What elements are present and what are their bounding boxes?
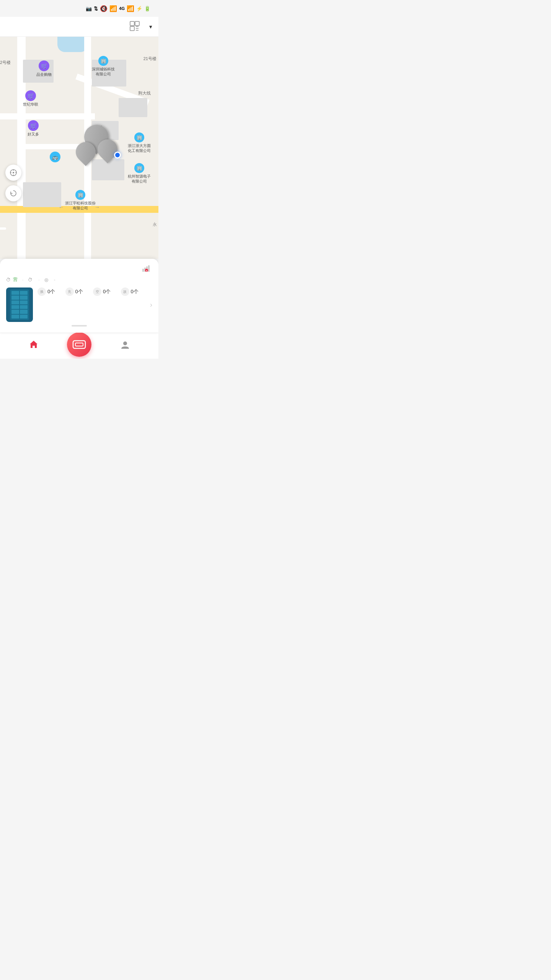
poi-building-zhejiang1[interactable]: 🏢 浙江浙大方圆化工有限公司 <box>128 132 151 153</box>
home-icon <box>29 340 39 352</box>
poi-label-haoyouduo: 好又多 <box>28 132 39 137</box>
road-label-jindaline: 荆大线 <box>138 90 151 96</box>
营业-icon: 营 <box>13 276 18 283</box>
network-4g-icon: 4G <box>119 6 125 11</box>
building-icon-yusong: 🏢 <box>75 190 85 200</box>
status-bar: 📷 ⇅ 🔇 📶 4G 📶 ⚡ 🔋 <box>0 0 158 17</box>
stat-fault: 故 0个 <box>121 287 146 296</box>
poi-label-zhejiang1: 浙江浙大方圆化工有限公司 <box>128 143 151 153</box>
baidu-logo <box>0 227 6 230</box>
nav-profile[interactable] <box>91 340 158 352</box>
road-horizontal-3 <box>19 144 83 149</box>
meta-reservation: ⏱ <box>28 277 34 283</box>
cell-6 <box>20 301 28 304</box>
more-button[interactable]: › <box>150 301 152 309</box>
building-block-5 <box>23 182 61 207</box>
signal-badge: × <box>142 265 152 272</box>
poi-shopping-haoyouduo[interactable]: 🛒 好又多 <box>28 120 39 137</box>
header-right: ▾ <box>128 19 152 34</box>
battery-icon: 🔋 <box>144 6 150 11</box>
cell-3 <box>11 296 19 299</box>
user-location-dot <box>114 152 121 158</box>
signal-icon: 📶 <box>127 5 134 12</box>
scroll-handle <box>6 325 152 327</box>
station-card-header: × <box>6 265 152 272</box>
cell-2 <box>20 291 28 295</box>
location-button[interactable] <box>5 165 21 181</box>
refresh-icon <box>10 189 17 197</box>
building-block-6 <box>119 98 147 117</box>
svg-point-20 <box>123 341 127 345</box>
cell-7 <box>11 305 19 309</box>
cell-10 <box>20 310 28 314</box>
map-container[interactable]: 荆大线 3号楼 2号楼 21号楼 🛒 品全购物 🏢 深圳城铄科技有限公司 🛒 世… <box>0 37 158 259</box>
svg-text:×: × <box>146 270 147 272</box>
svg-rect-12 <box>142 269 144 272</box>
cell-9 <box>11 310 19 314</box>
mute-icon: 🔇 <box>100 5 108 12</box>
station-cabinet <box>10 289 29 320</box>
svg-point-11 <box>13 172 14 173</box>
building-label-21: 21号楼 <box>143 56 156 62</box>
nav-center-button[interactable] <box>67 332 91 357</box>
clock-icon: ⏱ <box>6 277 11 283</box>
profile-svg <box>120 340 130 350</box>
city-selector-button[interactable]: ▾ <box>148 23 152 30</box>
stat-empty-value: 0个 <box>103 288 111 295</box>
stat-fault-value: 0个 <box>131 288 139 295</box>
building-icon-shenzhen: 🏢 <box>98 56 108 66</box>
poi-building-zhiyuan[interactable]: 🏢 杭州智源电子有限公司 <box>128 163 151 184</box>
cell-1 <box>11 291 19 295</box>
usb-icon: ⇅ <box>94 6 98 11</box>
empty-icon: 空 <box>93 287 101 296</box>
refresh-button[interactable] <box>5 185 21 201</box>
signal-icon: × <box>142 265 151 272</box>
svg-rect-18 <box>73 341 85 348</box>
bolt-icon: ⚡ <box>136 6 142 11</box>
cell-12 <box>20 315 28 318</box>
stat-charging-value: 0个 <box>75 288 83 295</box>
station-image <box>6 287 33 322</box>
bottom-nav <box>0 333 158 359</box>
poi-label-pinquan: 品全购物 <box>36 72 52 77</box>
stat-empty: 空 0个 <box>93 287 118 296</box>
camera-icon: 📷 <box>86 6 92 11</box>
status-icons: 📷 ⇅ 🔇 📶 4G 📶 ⚡ 🔋 <box>86 5 152 12</box>
station-meta: ⏱ 营 · ⏱ · ◎ - <box>6 276 152 283</box>
svg-rect-15 <box>148 265 150 272</box>
nav-home[interactable] <box>0 340 67 353</box>
charging-icon: 充 <box>65 287 74 296</box>
profile-icon <box>120 340 130 351</box>
arrow-right-icon: → <box>95 204 100 210</box>
bus-stop-icon[interactable]: 🚌 <box>50 152 60 162</box>
shopping-cart-icon-1: 🛒 <box>39 60 49 71</box>
wifi-icon: 📶 <box>109 5 117 12</box>
station-body: 换 0个 充 0个 空 0个 故 0个 › <box>6 287 152 322</box>
svg-rect-0 <box>130 21 134 26</box>
cell-11 <box>11 315 19 318</box>
building-icon-zhiyuan: 🏢 <box>134 163 144 173</box>
cell-5 <box>11 301 19 304</box>
poi-shopping-shijihualian[interactable]: 🛒 世纪华联 <box>23 90 38 107</box>
cell-8 <box>20 305 28 309</box>
home-svg <box>29 340 39 350</box>
crosshair-icon <box>10 169 17 176</box>
svg-rect-19 <box>75 343 83 346</box>
poi-label-shenzhen: 深圳城铄科技有限公司 <box>92 67 115 77</box>
nav-center-wrap[interactable] <box>67 332 91 359</box>
svg-rect-1 <box>135 21 139 26</box>
map-controls <box>5 165 21 201</box>
road-horizontal-2 <box>0 113 95 119</box>
arrow-left-icon: ← <box>59 204 64 210</box>
station-card: × ⏱ 营 · ⏱ · ◎ - <box>0 259 158 333</box>
header: ▾ <box>0 17 158 37</box>
poi-shopping-pinquan[interactable]: 🛒 品全购物 <box>36 60 52 77</box>
poi-building-shenzhen[interactable]: 🏢 深圳城铄科技有限公司 <box>92 56 115 77</box>
meta-divider: · <box>22 277 23 283</box>
grid-icon <box>129 21 140 31</box>
building-label-2: 2号楼 <box>0 60 11 65</box>
grid-view-button[interactable] <box>128 19 142 34</box>
scan-icon <box>72 339 86 350</box>
stat-exchange: 换 0个 <box>37 287 62 296</box>
clock-icon-2: ⏱ <box>28 277 33 283</box>
